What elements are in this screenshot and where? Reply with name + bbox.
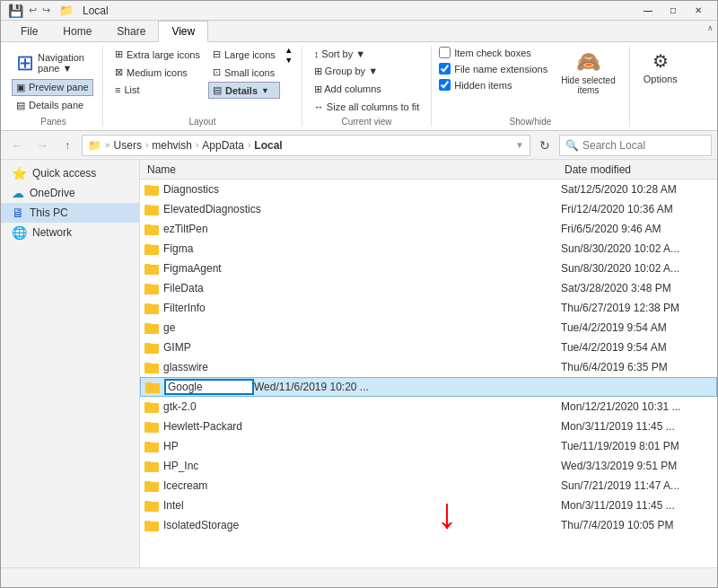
file-row[interactable]: Diagnostics Sat/12/5/2020 10:28 AM [140, 180, 717, 199]
hide-selected-items-button[interactable]: 🙈 Hide selecteditems [555, 46, 622, 100]
details-pane-icon: ▤ [16, 100, 25, 111]
list-button[interactable]: ≡ List [110, 82, 205, 98]
svg-rect-3 [144, 205, 151, 207]
file-row[interactable]: HP Tue/11/19/2019 8:01 PM [140, 436, 717, 456]
file-area: Name Date modified ↓ Diagnostics Sat/12/… [140, 160, 717, 567]
options-button[interactable]: ⚙ Options [637, 46, 684, 89]
svg-rect-23 [144, 402, 151, 405]
file-name: glasswire [163, 361, 561, 373]
maximize-button[interactable]: □ [661, 3, 685, 19]
sidebar-item-onedrive[interactable]: ☁ OneDrive [1, 183, 139, 203]
minimize-button[interactable]: — [636, 3, 660, 19]
hide-selected-label: Hide selecteditems [561, 75, 616, 95]
file-row[interactable]: Intel Mon/3/11/2019 11:45 ... [140, 496, 717, 515]
file-date: Tue/4/2/2019 9:54 AM [561, 321, 714, 334]
search-input[interactable] [582, 139, 705, 152]
status-bar [1, 567, 717, 587]
file-date: Fri/6/5/2020 9:46 AM [561, 223, 714, 235]
search-icon: 🔍 [565, 139, 579, 152]
large-icons-button[interactable]: ⊟ Large icons [208, 46, 280, 63]
navigation-bar: ← → ↑ 📁 » Users › mehvish › AppData › Lo… [1, 131, 717, 160]
file-name-extensions-checkbox[interactable] [439, 63, 451, 75]
svg-rect-1 [144, 185, 151, 188]
file-date: Mon/3/11/2019 11:45 ... [561, 499, 714, 512]
add-columns-button[interactable]: ⊞ Add columns [310, 81, 386, 98]
svg-rect-19 [144, 363, 151, 365]
file-row[interactable]: gtk-2.0 Mon/12/21/2020 10:31 ... [140, 397, 717, 417]
panes-group-label: Panes [40, 117, 66, 127]
file-row[interactable]: FigmaAgent Sun/8/30/2020 10:02 A... [140, 259, 717, 278]
item-check-boxes-checkbox[interactable] [439, 47, 451, 58]
extra-large-icons-button[interactable]: ⊞ Extra large icons [110, 46, 205, 63]
file-row[interactable]: GIMP Tue/4/2/2019 9:54 AM [140, 338, 717, 357]
google-file-row[interactable]: Wed/11/6/2019 10:20 ... [140, 377, 717, 397]
refresh-button[interactable]: ↻ [534, 135, 556, 156]
preview-pane-button[interactable]: ▣ Preview pane [12, 79, 93, 96]
file-row[interactable]: FileData Sat/3/28/2020 3:48 PM [140, 278, 717, 298]
file-name: FigmaAgent [163, 262, 561, 275]
file-list-wrapper: ↓ Diagnostics Sat/12/5/2020 10:28 AM [140, 180, 717, 567]
file-name: Icecream [163, 479, 561, 492]
folder-icon [144, 399, 160, 415]
item-check-boxes-toggle[interactable]: Item check boxes [439, 46, 547, 59]
breadcrumb-users[interactable]: Users [114, 139, 142, 152]
file-row[interactable]: Icecream Sun/7/21/2019 11:47 A... [140, 476, 717, 496]
up-button[interactable]: ↑ [57, 135, 78, 156]
group-by-button[interactable]: ⊞ Group by ▼ [310, 63, 382, 80]
sidebar-item-this-pc[interactable]: 🖥 This PC [1, 203, 139, 223]
address-bar[interactable]: 📁 » Users › mehvish › AppData › Local ▼ [82, 135, 530, 156]
layout-scroll-up[interactable]: ▲ [284, 46, 294, 55]
file-row[interactable]: ezTiltPen Fri/6/5/2020 9:46 AM [140, 219, 717, 239]
sidebar-item-quick-access[interactable]: ⭐ Quick access [1, 163, 139, 183]
medium-icons-button[interactable]: ⊠ Medium icons [110, 64, 205, 81]
file-date: Sat/12/5/2020 10:28 AM [561, 183, 714, 196]
folder-icon [144, 260, 160, 276]
tab-view[interactable]: View [158, 21, 208, 42]
breadcrumb-dropdown-icon[interactable]: ▼ [515, 140, 524, 150]
layout-group-label: Layout [188, 117, 215, 127]
name-column-header[interactable]: Name [144, 163, 561, 176]
hidden-items-checkbox[interactable] [439, 79, 451, 91]
file-date: Sun/8/30/2020 10:02 A... [561, 262, 714, 275]
details-pane-label: Details pane [29, 100, 83, 110]
tab-share[interactable]: Share [104, 21, 158, 41]
back-button[interactable]: ← [6, 135, 28, 156]
file-row[interactable]: Hewlett-Packard Mon/3/11/2019 11:45 ... [140, 417, 717, 436]
file-row[interactable]: Figma Sun/8/30/2020 10:02 A... [140, 239, 717, 259]
tab-file[interactable]: File [8, 21, 50, 41]
file-row[interactable]: FilterInfo Thu/6/27/2019 12:38 PM [140, 298, 717, 318]
ribbon-collapse-button[interactable]: ∧ [703, 21, 717, 35]
breadcrumb-icon: 📁 [88, 139, 101, 152]
options-icon: ⚙ [652, 50, 669, 72]
file-row[interactable]: ElevatedDiagnostics Fri/12/4/2020 10:36 … [140, 199, 717, 219]
date-column-header[interactable]: Date modified [561, 163, 714, 176]
breadcrumb-mehvish[interactable]: mehvish [152, 139, 192, 152]
forward-button[interactable]: → [31, 135, 53, 156]
breadcrumb-local[interactable]: Local [254, 139, 282, 152]
breadcrumb-appdata[interactable]: AppData [202, 139, 244, 152]
file-name: Diagnostics [163, 183, 561, 196]
details-button[interactable]: ▤ Details ▼ [208, 82, 280, 99]
size-columns-button[interactable]: ↔ Size all columns to fit [310, 99, 424, 115]
file-row[interactable]: HP_Inc Wed/3/13/2019 9:51 PM [140, 456, 717, 476]
window-title: Local [83, 4, 109, 17]
search-box[interactable]: 🔍 [559, 135, 712, 156]
hidden-items-toggle[interactable]: Hidden items [439, 78, 547, 92]
navigation-pane-button[interactable]: ⊞ Navigationpane ▼ [12, 48, 92, 78]
sort-by-button[interactable]: ↕ Sort by ▼ [310, 46, 370, 62]
file-list: Diagnostics Sat/12/5/2020 10:28 AM Eleva… [140, 180, 717, 567]
file-name: GIMP [163, 341, 561, 354]
file-date: Wed/11/6/2019 10:20 ... [254, 381, 407, 393]
details-pane-button[interactable]: ▤ Details pane [12, 97, 92, 114]
tab-home[interactable]: Home [50, 21, 104, 41]
file-row[interactable]: glasswire Thu/6/4/2019 6:35 PM [140, 357, 717, 377]
small-icons-button[interactable]: ⊡ Small icons [208, 64, 280, 81]
rename-input[interactable] [164, 379, 254, 395]
file-name-extensions-toggle[interactable]: File name extensions [439, 62, 547, 75]
layout-scroll-down[interactable]: ▼ [284, 56, 294, 65]
file-row[interactable]: ge Tue/4/2/2019 9:54 AM [140, 318, 717, 338]
sidebar-item-network[interactable]: 🌐 Network [1, 223, 139, 242]
close-button[interactable]: ✕ [687, 3, 710, 19]
layout-buttons-right: ⊟ Large icons ⊡ Small icons ▤ Details ▼ [208, 46, 280, 99]
file-row[interactable]: IsolatedStorage Thu/7/4/2019 10:05 PM [140, 515, 717, 535]
